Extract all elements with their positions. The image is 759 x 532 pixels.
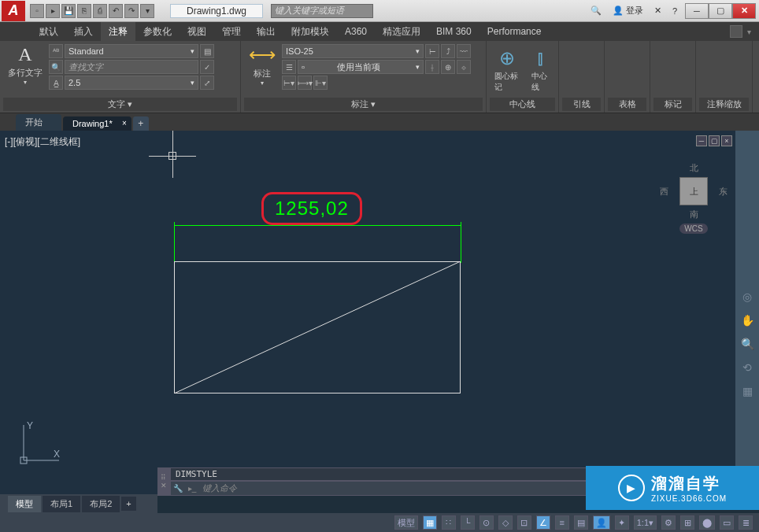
layout-tab-2[interactable]: 布局2: [82, 496, 120, 512]
menu-addins[interactable]: 附加模块: [283, 22, 337, 41]
add-tab-button[interactable]: +: [133, 116, 149, 131]
menu-view[interactable]: 视图: [180, 22, 214, 41]
ribbon-panel-annoscale[interactable]: 注释缩放: [696, 41, 753, 113]
dim-linear-icon[interactable]: ⊢▾: [282, 76, 296, 90]
wcs-badge[interactable]: WCS: [679, 224, 707, 234]
vp-maximize-icon[interactable]: ▢: [709, 135, 720, 146]
cmd-options-icon[interactable]: 🔧: [171, 482, 185, 495]
viewport-label[interactable]: [-][俯视][二维线框]: [5, 135, 80, 149]
dimension-button[interactable]: ⟷ 标注 ▾: [244, 42, 280, 88]
abc-icon[interactable]: ᴬᴮ: [49, 44, 63, 58]
search-icon[interactable]: 🔍: [587, 5, 605, 17]
menu-default[interactable]: 默认: [31, 22, 66, 41]
menu-parametric[interactable]: 参数化: [135, 22, 180, 41]
centermark-button[interactable]: ⊕ 圆心标记: [490, 46, 524, 94]
status-gear-icon[interactable]: ⚙: [661, 515, 676, 530]
nav-pan-icon[interactable]: ✋: [739, 312, 756, 329]
status-lwt-icon[interactable]: ≡: [555, 515, 569, 530]
dim-tool4-icon[interactable]: ⟊: [425, 60, 439, 74]
drawing-canvas[interactable]: /* grid drawn below via static divs */ […: [0, 131, 735, 494]
status-transparency-icon[interactable]: ▤: [574, 515, 588, 530]
menu-featured[interactable]: 精选应用: [375, 22, 428, 41]
nav-showmotion-icon[interactable]: ▦: [739, 382, 756, 400]
qat-more-icon[interactable]: ▾: [140, 4, 154, 18]
menu-bim360[interactable]: BIM 360: [428, 22, 479, 41]
mtext-button[interactable]: A 多行文字 ▾: [3, 42, 47, 87]
find-text-input[interactable]: 查找文字: [65, 60, 198, 74]
viewcube-south[interactable]: 南: [660, 209, 728, 220]
qat-print-icon[interactable]: ⎙: [93, 4, 107, 18]
find-icon[interactable]: 🔍: [49, 60, 63, 74]
viewcube-west[interactable]: 西: [660, 186, 668, 198]
layer-icon[interactable]: ☰: [282, 60, 296, 74]
dim-continue-icon[interactable]: ⊩▾: [313, 76, 328, 90]
panel-title-centerline[interactable]: 中心线: [490, 98, 555, 111]
tab-drawing1[interactable]: Drawing1*×: [63, 116, 131, 131]
qat-redo-icon[interactable]: ↷: [124, 4, 139, 18]
login-button[interactable]: 👤 登录: [609, 4, 646, 17]
tab-close-icon[interactable]: ×: [122, 119, 127, 127]
dim-tool6-icon[interactable]: ⟐: [457, 60, 471, 74]
qat-open-icon[interactable]: ▸: [46, 4, 60, 18]
qat-undo-icon[interactable]: ↶: [109, 4, 123, 18]
nav-orbit-icon[interactable]: ⟲: [739, 359, 756, 376]
status-gizmo-icon[interactable]: ✦: [615, 515, 629, 530]
menu-insert[interactable]: 插入: [66, 22, 101, 41]
viewcube-north[interactable]: 北: [660, 162, 728, 174]
ribbon-panel-table[interactable]: 表格: [605, 41, 650, 113]
text-style-dropdown[interactable]: Standard: [65, 44, 198, 58]
ribbon-dropdown-icon[interactable]: ▾: [747, 28, 751, 36]
panel-title-text[interactable]: 文字 ▾: [3, 98, 237, 111]
status-custom-icon[interactable]: ≣: [739, 515, 753, 530]
centerline-button[interactable]: ⫿ 中心线: [527, 46, 555, 94]
dim-tool3-icon[interactable]: 〰: [457, 44, 471, 58]
menu-output[interactable]: 输出: [249, 22, 283, 41]
panel-title-dimension[interactable]: 标注 ▾: [244, 98, 483, 111]
minimize-button[interactable]: ─: [685, 3, 709, 19]
layout-add-button[interactable]: +: [121, 497, 135, 511]
status-snap-icon[interactable]: ∷: [442, 515, 456, 530]
layout-tab-model[interactable]: 模型: [8, 496, 41, 512]
maximize-button[interactable]: ▢: [709, 3, 732, 19]
dim-quick-icon[interactable]: ⟼▾: [298, 76, 312, 90]
status-osnap-icon[interactable]: ⊡: [517, 515, 531, 530]
status-workspace-icon[interactable]: ⊞: [680, 515, 694, 530]
menu-manage[interactable]: 管理: [214, 22, 249, 41]
viewcube-face-top[interactable]: 上: [679, 177, 708, 205]
menu-performance[interactable]: Performance: [479, 22, 550, 41]
status-hardware-icon[interactable]: ⬤: [699, 515, 715, 530]
nav-zoom-icon[interactable]: 🔍: [739, 335, 756, 353]
status-iso-icon[interactable]: ◇: [498, 515, 513, 530]
app-logo[interactable]: A: [2, 1, 25, 21]
exchange-icon[interactable]: ✕: [651, 5, 665, 17]
text-height-dropdown[interactable]: 2.5: [65, 76, 198, 90]
dim-style-dropdown[interactable]: ISO-25: [282, 44, 424, 58]
nav-wheel-icon[interactable]: ◎: [739, 288, 756, 305]
dim-tool1-icon[interactable]: ⊢: [425, 44, 439, 58]
help-icon[interactable]: ?: [669, 6, 680, 17]
status-sel-icon[interactable]: 👤: [593, 515, 610, 530]
textstyle-mgr-icon[interactable]: ▤: [200, 44, 214, 58]
textheight-icon[interactable]: A̲: [49, 76, 63, 90]
cmd-drag-handle[interactable]: ⠿✕: [157, 467, 170, 496]
ribbon-panel-leader[interactable]: 引线: [559, 41, 605, 113]
status-polar-icon[interactable]: ⊙: [479, 515, 494, 530]
scale-icon[interactable]: ⤢: [200, 76, 214, 90]
dim-layer-dropdown[interactable]: ▫ 使用当前项: [298, 60, 424, 74]
status-otrack-icon[interactable]: ∠: [536, 515, 550, 530]
status-annoscale-icon[interactable]: 1:1▾: [634, 515, 657, 530]
viewcube[interactable]: 北 西 上 东 南 WCS: [660, 162, 728, 234]
status-model-button[interactable]: 模型: [394, 515, 418, 530]
ribbon-panel-markup[interactable]: 标记: [650, 41, 696, 113]
layout-tab-1[interactable]: 布局1: [43, 496, 80, 512]
viewcube-east[interactable]: 东: [719, 186, 728, 198]
qat-save-icon[interactable]: 💾: [61, 4, 76, 18]
vp-close-icon[interactable]: ×: [721, 135, 732, 146]
dim-tool5-icon[interactable]: ⊕: [441, 60, 455, 74]
qat-saveas-icon[interactable]: ⎘: [77, 4, 91, 18]
status-ortho-icon[interactable]: └: [461, 515, 475, 530]
menu-annotate[interactable]: 注释: [101, 22, 135, 41]
spell-icon[interactable]: ✓: [200, 60, 214, 74]
status-clean-icon[interactable]: ▭: [720, 515, 734, 530]
ribbon-min-icon[interactable]: [730, 25, 742, 38]
